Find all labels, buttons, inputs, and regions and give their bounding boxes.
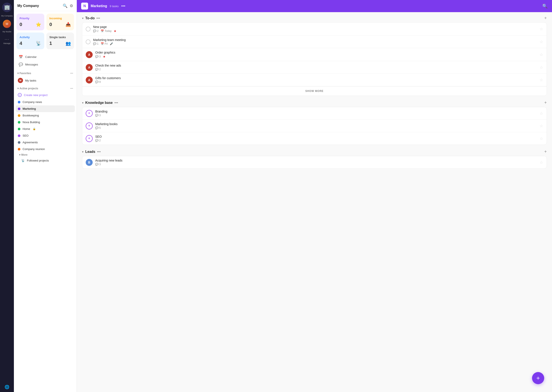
search-icon[interactable]: 🔍	[63, 3, 67, 8]
sidebar-item-calendar[interactable]: 📅 Calendar	[16, 53, 74, 61]
incoming-inbox-icon: 📥	[65, 22, 71, 27]
activity-card-row: 4 📡	[20, 41, 41, 46]
app-logo[interactable]: 🏢	[2, 3, 12, 12]
my-nozbe-label: My Nozbe	[3, 31, 12, 33]
sidebar-item-company-reunion[interactable]: Company reunion	[16, 146, 75, 152]
favorite-star-icon[interactable]: ☆	[540, 78, 543, 82]
sidebar: My Company 🔍 ⚙ Priority 0 ⭐ Incoming 0 📥…	[14, 0, 77, 392]
single-tasks-card[interactable]: Single tasks 1 👥	[46, 33, 74, 49]
knowledge-base-section: ▾ Knowledge base ••• + + Branding 💬 3	[82, 100, 547, 145]
topbar-search-icon[interactable]: 🔍	[542, 3, 548, 9]
favorites-toggle[interactable]: ▾ Favorites	[17, 72, 31, 75]
sidebar-item-home[interactable]: Home 🔒	[16, 126, 75, 132]
comment-count: 💬 2	[95, 139, 101, 142]
bookkeeping-label: Bookkeeping	[22, 114, 39, 117]
task-title: New page	[93, 25, 537, 29]
single-tasks-title: Single tasks	[50, 35, 71, 39]
leads-more-icon[interactable]: •••	[97, 150, 101, 154]
task-title: Check the new ads	[95, 64, 537, 67]
sidebar-item-nova-building[interactable]: Nova Building	[16, 119, 75, 126]
sidebar-item-marketing[interactable]: Marketing	[16, 105, 75, 112]
favorites-more-icon[interactable]: ···	[70, 71, 73, 75]
todo-collapse-icon[interactable]: ▾	[82, 16, 84, 20]
favorite-star-icon[interactable]: ☆	[540, 52, 543, 57]
main-content: N Marketing 9 tasks ••• 🔍 ▾ To-do ••• +	[77, 0, 552, 392]
table-row[interactable]: New page 💬 2 📅 Today ★ ☆	[82, 22, 547, 35]
active-projects-toggle[interactable]: ▾ Active projects	[17, 87, 38, 90]
task-content: Gifts for customers 💬 9	[95, 76, 537, 84]
task-checkbox[interactable]	[86, 39, 91, 44]
todo-add-icon[interactable]: +	[544, 16, 547, 21]
task-content: Acquiring new leads 💬 3	[95, 159, 537, 166]
leads-collapse-icon[interactable]: ▾	[82, 150, 84, 154]
table-row[interactable]: + Marketing books 💬 5 ☆	[82, 120, 547, 132]
knowledge-base-title: Knowledge base	[85, 101, 113, 105]
single-tasks-icon: 👥	[65, 41, 71, 46]
task-date: 📅 Today	[101, 29, 112, 33]
task-meta: 💬 5	[95, 126, 537, 129]
task-add-avatar[interactable]: +	[86, 123, 93, 129]
sidebar-item-seo[interactable]: SEO	[16, 132, 75, 139]
comment-count: 💬 1	[93, 42, 99, 45]
favorite-star-icon[interactable]: ☆	[540, 160, 543, 165]
sidebar-item-agreements[interactable]: Agreements	[16, 139, 75, 146]
task-meta: 💬 2	[95, 139, 537, 142]
table-row[interactable]: A Gifts for customers 💬 9 ☆	[82, 74, 547, 86]
priority-card[interactable]: Priority 0 ⭐	[16, 14, 44, 30]
followed-projects-icon: 📡	[21, 159, 25, 162]
sidebar-item-messages[interactable]: 💬 Messages	[16, 61, 74, 68]
more-section-header[interactable]: ▾ More	[19, 153, 72, 156]
sidebar-item-followed-projects[interactable]: 📡 Followed projects	[19, 157, 72, 164]
knowledge-base-add-icon[interactable]: +	[544, 100, 547, 105]
comment-count: 💬 2	[95, 68, 101, 71]
sidebar-item-bookkeeping[interactable]: Bookkeeping	[16, 112, 75, 119]
incoming-card-title: Incoming	[50, 17, 71, 20]
knowledge-base-more-icon[interactable]: •••	[114, 101, 118, 105]
leads-section-header: ▾ Leads ••• +	[82, 149, 547, 154]
favorites-section-header: ▾ Favorites ···	[14, 70, 77, 76]
table-row[interactable]: B Acquiring new leads 💬 3 ☆	[82, 156, 547, 168]
active-projects-more-icon[interactable]: ···	[70, 86, 73, 91]
knowledge-base-collapse-icon[interactable]: ▾	[82, 101, 84, 105]
task-title: Order graphics	[95, 51, 537, 54]
leads-add-icon[interactable]: +	[544, 149, 547, 154]
activity-card[interactable]: Activity 4 📡	[16, 33, 44, 49]
table-row[interactable]: A Order graphics 💬 3 ★ ☆	[82, 48, 547, 61]
globe-icon[interactable]: 🌐	[5, 385, 9, 389]
company-label: My Company	[1, 15, 13, 17]
table-row[interactable]: + Branding 💬 3 ☆	[82, 107, 547, 120]
task-add-avatar[interactable]: +	[86, 135, 93, 142]
task-avatar: B	[86, 159, 93, 166]
sidebar-item-company-news[interactable]: Company news	[16, 99, 75, 105]
incoming-card[interactable]: Incoming 0 📥	[46, 14, 74, 30]
favorite-star-icon[interactable]: ☆	[540, 27, 543, 31]
favorite-star-icon[interactable]: ☆	[540, 136, 543, 141]
messages-label: Messages	[25, 63, 38, 66]
task-title: Branding	[95, 110, 537, 113]
task-title: Marketing team meeting	[93, 38, 537, 42]
fab-add-button[interactable]: +	[532, 372, 544, 384]
table-row[interactable]: + SEO 💬 2 ☆	[82, 132, 547, 145]
create-new-project-button[interactable]: + Create new project	[16, 91, 75, 99]
task-add-avatar[interactable]: +	[86, 110, 93, 117]
todo-more-icon[interactable]: •••	[96, 16, 100, 20]
task-meta: 💬 2	[95, 68, 537, 71]
seo-dot	[18, 134, 20, 137]
table-row[interactable]: A Check the new ads 💬 2 ☆	[82, 61, 547, 74]
priority-card-row: 0 ⭐	[20, 22, 41, 27]
favorite-star-icon[interactable]: ☆	[540, 65, 543, 70]
topbar-more-icon[interactable]: •••	[121, 4, 125, 8]
manage-button[interactable]: ··· Manage	[3, 37, 11, 44]
table-row[interactable]: Marketing team meeting 💬 1 📅 Fri 🎤 ☆	[82, 35, 547, 48]
activity-card-title: Activity	[20, 35, 41, 39]
show-more-button[interactable]: SHOW MORE	[82, 86, 547, 96]
user-avatar[interactable]: M	[3, 20, 11, 28]
favorite-star-icon[interactable]: ☆	[540, 111, 543, 116]
sidebar-item-my-tasks[interactable]: M My tasks	[16, 76, 75, 85]
nova-building-label: Nova Building	[22, 120, 40, 124]
nova-building-dot	[18, 121, 20, 124]
favorite-star-icon[interactable]: ☆	[540, 124, 543, 128]
settings-icon[interactable]: ⚙	[70, 3, 73, 8]
favorite-star-icon[interactable]: ☆	[540, 39, 543, 44]
task-checkbox[interactable]	[86, 27, 91, 31]
